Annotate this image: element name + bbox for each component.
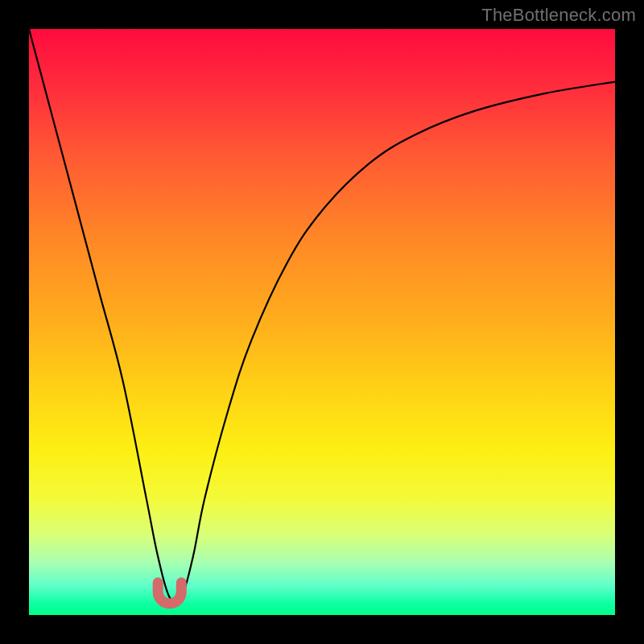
bottleneck-curve xyxy=(29,29,615,603)
watermark-text: TheBottleneck.com xyxy=(481,5,636,26)
curve-layer xyxy=(29,29,615,615)
optimal-marker xyxy=(158,583,181,604)
optimal-marker-path xyxy=(158,583,181,604)
curve-path xyxy=(29,29,615,603)
chart-frame: TheBottleneck.com xyxy=(0,0,644,644)
plot-area xyxy=(29,29,615,615)
